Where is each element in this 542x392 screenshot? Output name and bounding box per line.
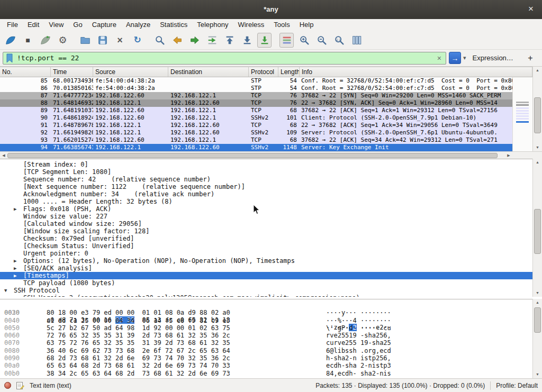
hex-bytes[interactable]: 72 76 65 32 35 35 31 39 2d 73 68 61 32 3… bbox=[47, 332, 230, 339]
go-back-button[interactable] bbox=[170, 33, 184, 48]
detail-row[interactable]: [Next sequence number: 1122 (relative se… bbox=[0, 183, 532, 190]
scroll-down-icon[interactable]: ▼ bbox=[533, 371, 542, 378]
status-profile[interactable]: Profile: Default bbox=[496, 382, 538, 389]
start-capture-button[interactable] bbox=[3, 33, 17, 48]
hex-row-0080[interactable]: 008036 40 6c 69 62 73 73 68 2e 6f 72 67 … bbox=[0, 347, 532, 354]
details-vscrollbar[interactable]: ▲ ▼ bbox=[532, 159, 542, 297]
packet-row-85[interactable]: 8568.001734936fe:54:00:d4:38:2aSTP54Conf… bbox=[0, 77, 512, 85]
filter-input[interactable] bbox=[17, 54, 436, 62]
restart-capture-button[interactable] bbox=[38, 33, 52, 48]
capture-comment-icon[interactable] bbox=[16, 381, 24, 390]
hex-bytes[interactable]: 36 40 6c 69 62 73 73 68 2e 6f 72 67 2c 6… bbox=[47, 347, 230, 354]
hex-bytes[interactable]: 68 2d 73 68 61 32 2d 6e 69 73 74 70 32 3… bbox=[47, 354, 230, 362]
hex-bytes[interactable]: a1 dd c1 25 00 00 04 34 06 14 f5 e8 f9 8… bbox=[47, 317, 230, 324]
reload-file-button[interactable]: ↻ bbox=[130, 33, 144, 48]
packet-list-hscroll-thumb[interactable] bbox=[7, 153, 498, 158]
scroll-up-icon[interactable]: ▲ bbox=[533, 299, 542, 306]
hex-row-0030[interactable]: 003080 18 00 e3 79 ed 00 00 01 01 08 0a … bbox=[0, 309, 532, 316]
detail-row[interactable]: [Stream index: 0] bbox=[0, 161, 532, 168]
go-to-packet-button[interactable] bbox=[205, 33, 219, 48]
scroll-left-icon[interactable]: ◀ bbox=[0, 152, 7, 159]
detail-row[interactable]: Window size value: 227 bbox=[0, 213, 532, 220]
hex-row-0060[interactable]: 006072 76 65 32 35 35 31 39 2d 73 68 61 … bbox=[0, 332, 532, 339]
expander-icon[interactable]: ▶ bbox=[14, 257, 16, 265]
hex-row-0070[interactable]: 007063 75 72 76 65 32 35 35 31 39 2d 73 … bbox=[0, 339, 532, 347]
hex-vscrollbar[interactable]: ▲ ▼ bbox=[532, 299, 542, 378]
detail-row[interactable]: [Checksum Status: Unverified] bbox=[0, 242, 532, 250]
hex-row-0050[interactable]: 00505c 27 b2 67 50 ad 64 98 1d 92 00 00 … bbox=[0, 324, 532, 332]
stop-capture-button[interactable]: ■ bbox=[21, 33, 35, 48]
detail-row[interactable]: SSH Version 2 (encryption:chacha20-poly1… bbox=[0, 294, 532, 297]
hex-ascii[interactable]: ···%···4 ········ bbox=[326, 317, 391, 324]
packet-list-hscrollbar[interactable]: ◀ ▶ bbox=[0, 151, 512, 159]
hex-ascii[interactable]: \'·gP·d· ······cu bbox=[326, 324, 391, 332]
filter-clear-icon[interactable]: × bbox=[436, 54, 443, 62]
detail-row-flags[interactable]: ▶Flags: 0x018 (PSH, ACK) bbox=[0, 205, 532, 213]
hex-ascii[interactable]: 84,ecdh- sha2-nis bbox=[326, 370, 391, 377]
display-filter-field[interactable]: × bbox=[3, 52, 446, 65]
detail-row[interactable]: [Window size scaling factor: 128] bbox=[0, 227, 532, 235]
hex-bytes[interactable]: 38 34 2c 65 63 64 68 2d 73 68 61 32 2d 6… bbox=[47, 370, 230, 377]
add-filter-button[interactable]: + bbox=[525, 53, 536, 63]
detail-row[interactable]: [TCP Segment Len: 1080] bbox=[0, 168, 532, 176]
menu-go[interactable]: Go bbox=[68, 19, 87, 31]
titlebar[interactable]: *any × bbox=[0, 0, 542, 19]
detail-row[interactable]: Acknowledgment number: 34 (relative ack … bbox=[0, 190, 532, 198]
menu-statistics[interactable]: Statistics bbox=[155, 19, 192, 31]
open-file-button[interactable] bbox=[78, 33, 92, 48]
menu-telephony[interactable]: Telephony bbox=[192, 19, 233, 31]
hex-ascii[interactable]: rve25519 -sha256, bbox=[326, 332, 391, 339]
col-destination[interactable]: Destination bbox=[168, 67, 249, 77]
expander-icon[interactable]: ▶ bbox=[14, 205, 16, 213]
menu-analyze[interactable]: Analyze bbox=[121, 19, 155, 31]
menu-edit[interactable]: Edit bbox=[23, 19, 44, 31]
menu-help[interactable]: Help bbox=[295, 19, 319, 31]
packet-list-vscrollbar[interactable]: ▲ ▼ bbox=[532, 67, 542, 151]
zoom-in-button[interactable] bbox=[297, 33, 311, 48]
col-time[interactable]: Time bbox=[51, 67, 93, 77]
scroll-down-icon[interactable]: ▼ bbox=[533, 144, 542, 151]
packet-row-87[interactable]: 8771.647777234192.168.122.60192.168.122.… bbox=[0, 92, 512, 99]
hex-scroll-thumb[interactable] bbox=[534, 307, 541, 333]
packet-row-86[interactable]: 8670.013850163fe:54:00:d4:38:2aSTP54Conf… bbox=[0, 85, 512, 92]
detail-row[interactable]: TCP payload (1080 bytes) bbox=[0, 279, 532, 287]
hex-ascii[interactable]: 6@libssh .org,ecd bbox=[326, 347, 391, 354]
filter-history-caret-icon[interactable]: ▾ bbox=[463, 54, 466, 61]
detail-row[interactable]: [Calculated window size: 29056] bbox=[0, 220, 532, 227]
auto-scroll-toggle[interactable] bbox=[257, 33, 272, 48]
zoom-reset-button[interactable]: 1:1 bbox=[332, 33, 346, 48]
col-info[interactable]: Info bbox=[300, 67, 532, 77]
details-scroll-thumb[interactable] bbox=[534, 209, 541, 254]
menu-wireless[interactable]: Wireless bbox=[233, 19, 269, 31]
go-forward-button[interactable] bbox=[187, 33, 202, 48]
filter-bookmark-icon[interactable] bbox=[6, 53, 13, 63]
hex-ascii[interactable]: ecdh-sha 2-nistp3 bbox=[326, 362, 391, 369]
scroll-down-icon[interactable]: ▼ bbox=[533, 289, 542, 297]
hex-row-00b0[interactable]: 00b038 34 2c 65 63 64 68 2d 73 68 61 32 … bbox=[0, 370, 532, 377]
hex-ascii[interactable]: h-sha2-n istp256, bbox=[326, 354, 391, 362]
hex-row-0090[interactable]: 009068 2d 73 68 61 32 2d 6e 69 73 74 70 … bbox=[0, 354, 532, 362]
expander-icon[interactable]: ▶ bbox=[14, 272, 16, 279]
detail-row[interactable]: 1000 .... = Header Length: 32 bytes (8) bbox=[0, 198, 532, 205]
filter-apply-button[interactable]: → bbox=[449, 52, 461, 64]
detail-row-seq-ack[interactable]: ▶[SEQ/ACK analysis] bbox=[0, 265, 532, 272]
packet-row-92[interactable]: 9271.661949820192.168.122.1192.168.122.6… bbox=[0, 129, 512, 136]
hex-bytes[interactable]: 5c 27 b2 67 50 ad 64 98 1d 92 00 00 01 0… bbox=[47, 324, 230, 332]
expert-info-icon[interactable] bbox=[4, 382, 11, 389]
expression-button[interactable]: Expression… bbox=[473, 54, 513, 62]
hex-bytes[interactable]: 65 63 64 68 2d 73 68 61 32 2d 6e 69 73 7… bbox=[47, 362, 230, 369]
close-file-button[interactable]: × bbox=[113, 33, 127, 48]
col-protocol[interactable]: Protocol bbox=[249, 67, 278, 77]
packet-row-88[interactable]: 8871.648146932192.168.122.1192.168.122.6… bbox=[0, 99, 512, 107]
detail-row-options[interactable]: ▶Options: (12 bytes), No-Operation (NOP)… bbox=[0, 257, 532, 265]
expander-icon[interactable]: ▶ bbox=[14, 265, 16, 272]
go-to-bottom-button[interactable] bbox=[240, 33, 254, 48]
packet-list-scroll-thumb[interactable] bbox=[534, 97, 541, 133]
hex-ascii[interactable]: ····y··· ········ bbox=[326, 309, 391, 316]
hex-row-0020[interactable]: 0020 c0 a8 7a 3c 00 16 93 32 85 a3 ac c0… bbox=[0, 302, 532, 309]
col-source[interactable]: Source bbox=[93, 67, 168, 77]
menu-tools[interactable]: Tools bbox=[269, 19, 294, 31]
col-no[interactable]: No. bbox=[0, 67, 51, 77]
scroll-right-icon[interactable]: ▶ bbox=[505, 152, 512, 159]
hex-row-00a0[interactable]: 00a065 63 64 68 2d 73 68 61 32 2d 6e 69 … bbox=[0, 362, 532, 369]
